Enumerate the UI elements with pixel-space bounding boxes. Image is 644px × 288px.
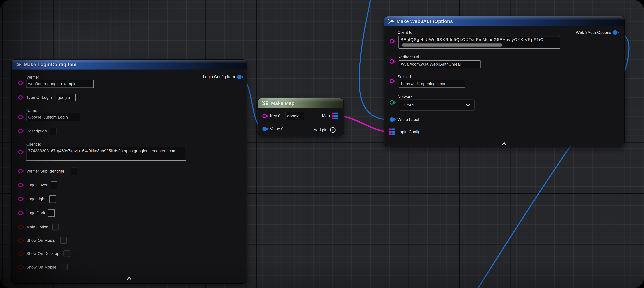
- wire-map-to-loginconfig[interactable]: [338, 116, 389, 132]
- type-of-login-input[interactable]: google: [56, 94, 76, 101]
- make-struct-icon: [388, 19, 394, 24]
- blueprint-graph-canvas[interactable]: Make LoginConfigItem Login Config Item V…: [0, 0, 644, 288]
- pin-main-option[interactable]: [18, 225, 24, 229]
- pin-label-client-id: Client Id: [398, 30, 412, 35]
- collapse-node-button[interactable]: [502, 142, 507, 145]
- client-id-scrollbar[interactable]: [402, 44, 502, 47]
- name-input[interactable]: Google Custom Login: [26, 113, 80, 121]
- node-header-make-web3authoptions[interactable]: Make Web3AuthOptions: [384, 17, 624, 26]
- pin-logo-hover[interactable]: [18, 183, 24, 187]
- pin-label-logo-hover: Logo Hover: [26, 183, 48, 187]
- pin-label-verifier: Verifier: [26, 75, 39, 80]
- key0-input[interactable]: google: [285, 112, 304, 120]
- pin-logo-light[interactable]: [18, 197, 24, 201]
- pin-label-sdk-url: Sdk Url: [398, 75, 411, 79]
- pin-label-white-label: White Label: [398, 117, 419, 122]
- pin-label-logo-light: Logo Light: [26, 197, 46, 201]
- pin-web3auth-options-out[interactable]: [613, 30, 619, 35]
- redirect-url-input[interactable]: w3a://com.w3a.Web3AuthUnreal: [399, 60, 480, 68]
- pin-verifier-sub-identifier[interactable]: [18, 169, 24, 173]
- pin-label-main-option: Main Option: [26, 225, 48, 229]
- pin-show-on-modal[interactable]: [18, 238, 24, 243]
- pin-label-login-config: Login Config: [398, 130, 420, 134]
- pin-key0[interactable]: [262, 114, 269, 118]
- pin-label-verifier-sub-identifier: Verifier Sub Identifier: [26, 169, 64, 174]
- make-struct-icon: [15, 62, 21, 67]
- client-id-input[interactable]: 774338308167-q463s7kpvja16l4l0kko3nb925i…: [26, 147, 186, 161]
- pin-logo-dark[interactable]: [18, 211, 24, 215]
- pin-label-name: Name: [26, 108, 37, 113]
- pin-label-client-id: Client Id: [26, 142, 42, 147]
- main-option-checkbox[interactable]: [52, 224, 59, 230]
- node-title: Make Map: [271, 101, 294, 106]
- pin-show-on-mobile[interactable]: [18, 265, 24, 269]
- pin-description[interactable]: [18, 129, 24, 133]
- pin-client-id[interactable]: [390, 39, 396, 44]
- pin-label-logo-dark: Logo Dark: [26, 211, 45, 215]
- pin-label-network: Network: [398, 94, 412, 99]
- verifier-sub-identifier-input[interactable]: [71, 168, 77, 175]
- show-on-mobile-checkbox[interactable]: [61, 264, 68, 270]
- pin-network[interactable]: [390, 100, 396, 105]
- output-pin-label: Web 3Auth Options: [576, 30, 611, 35]
- node-make-web3authoptions[interactable]: Make Web3AuthOptions Web 3Auth Options C…: [384, 17, 624, 146]
- client-id-input[interactable]: BEglQSgt4cUWcj6SKRdu5QkOXTsePmMcusG5EAoy…: [398, 36, 560, 49]
- pin-label-key0: Key 0: [270, 114, 280, 118]
- logo-dark-input[interactable]: [48, 209, 55, 217]
- add-pin-plus-icon: [330, 127, 336, 133]
- pin-label-description: Description: [26, 129, 47, 133]
- chevron-down-icon: [466, 104, 470, 106]
- add-pin-button[interactable]: Add pin: [314, 127, 336, 133]
- pin-label-type-of-login: Type Of Login: [26, 95, 52, 100]
- network-dropdown[interactable]: CYAN: [399, 100, 475, 111]
- pin-label-show-on-modal: Show On Modal: [26, 238, 56, 243]
- node-make-map[interactable]: Make Map Key 0 google Map Value 0 Add pi…: [258, 98, 344, 136]
- pin-label-show-on-mobile: Show On Mobile: [26, 265, 56, 269]
- verifier-input[interactable]: web3auth-google-example: [26, 80, 94, 88]
- pin-show-on-desktop[interactable]: [18, 251, 24, 256]
- node-header-make-map[interactable]: Make Map: [258, 98, 344, 108]
- network-selected-value: CYAN: [404, 103, 414, 107]
- pin-client-id[interactable]: [18, 150, 24, 154]
- pin-verifier[interactable]: [18, 81, 24, 85]
- description-input[interactable]: [50, 128, 56, 135]
- output-pin-label-map: Map: [322, 113, 330, 118]
- pin-label-value0: Value 0: [270, 127, 284, 131]
- pin-map-out[interactable]: [332, 113, 338, 119]
- show-on-modal-checkbox[interactable]: [60, 237, 67, 244]
- output-pin-label: Login Config Item: [203, 75, 235, 79]
- pin-label-show-on-desktop: Show On Desktop: [26, 251, 59, 256]
- pin-value0[interactable]: [262, 127, 269, 131]
- make-map-icon: [262, 101, 268, 106]
- node-title: Make Web3AuthOptions: [396, 19, 453, 24]
- logo-light-input[interactable]: [49, 195, 56, 203]
- pin-sdk-url[interactable]: [390, 79, 396, 83]
- sdk-url-input[interactable]: https://sdk.openlogin.com: [399, 80, 465, 88]
- pin-white-label[interactable]: [390, 117, 396, 122]
- show-on-desktop-checkbox[interactable]: [64, 250, 70, 257]
- node-title: Make LoginConfigItem: [24, 62, 76, 67]
- pin-login-config-item-out[interactable]: [237, 75, 244, 79]
- pin-type-of-login[interactable]: [18, 95, 24, 100]
- logo-hover-input[interactable]: [51, 181, 57, 189]
- pin-name[interactable]: [18, 115, 24, 119]
- pin-label-redirect-url: Redirect Url: [398, 55, 419, 59]
- pin-redirect-url[interactable]: [390, 59, 396, 64]
- pin-login-config[interactable]: [389, 129, 396, 135]
- node-header-make-loginconfigitem[interactable]: Make LoginConfigItem: [12, 60, 247, 70]
- collapse-node-button[interactable]: [127, 277, 132, 280]
- node-make-loginconfigitem[interactable]: Make LoginConfigItem Login Config Item V…: [12, 60, 247, 283]
